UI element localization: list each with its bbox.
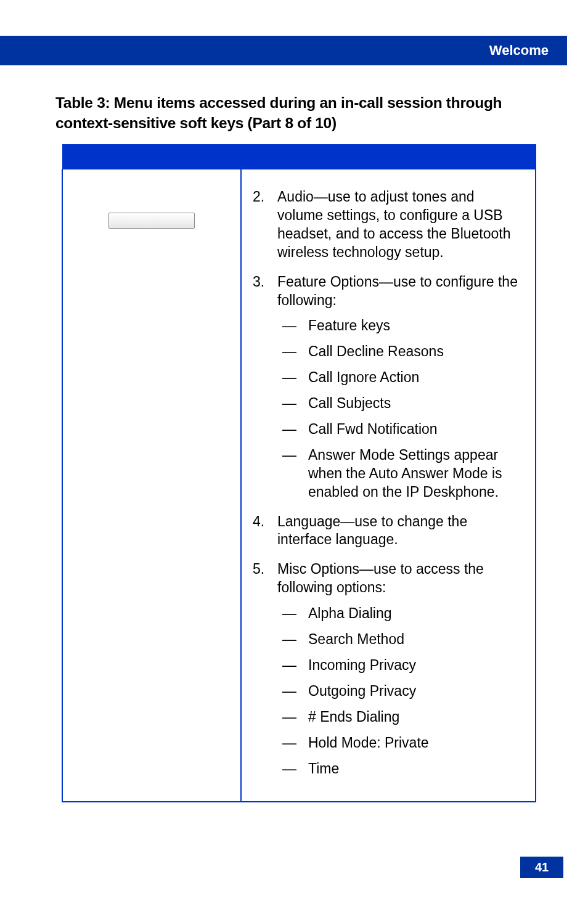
sub-item-text: Feature keys xyxy=(308,317,390,333)
sub-list-item: Feature keys xyxy=(277,317,518,335)
sub-item-text: Incoming Privacy xyxy=(308,657,416,673)
header-accent-block xyxy=(0,36,111,65)
sub-list: Alpha Dialing Search Method Incoming Pri… xyxy=(277,605,518,778)
description-cell: Audio—use to adjust tones and volume set… xyxy=(241,169,536,802)
softkey-button-graphic xyxy=(108,213,195,229)
sub-list-item: Call Fwd Notification xyxy=(277,420,518,439)
list-item-text: Feature Options—use to configure the fol… xyxy=(277,274,518,308)
menu-options-list: Audio—use to adjust tones and volume set… xyxy=(253,188,518,778)
sub-item-text: Search Method xyxy=(308,631,404,647)
page-number: 41 xyxy=(520,857,563,878)
table-title: Table 3: Menu items accessed during an i… xyxy=(55,92,536,133)
sub-list-item: Hold Mode: Private xyxy=(277,734,518,752)
table-header-cell-left xyxy=(62,145,241,169)
sub-list: Feature keys Call Decline Reasons Call I… xyxy=(277,317,518,501)
table-header-row xyxy=(62,145,536,169)
header-section-title: Welcome xyxy=(111,36,567,65)
page-content: Table 3: Menu items accessed during an i… xyxy=(55,92,536,802)
sub-item-text: # Ends Dialing xyxy=(308,709,399,725)
list-item: Feature Options—use to configure the fol… xyxy=(253,273,518,502)
menu-items-table: Audio—use to adjust tones and volume set… xyxy=(62,144,536,802)
sub-list-item: Answer Mode Settings appear when the Aut… xyxy=(277,446,518,502)
sub-list-item: # Ends Dialing xyxy=(277,708,518,727)
sub-list-item: Call Ignore Action xyxy=(277,369,518,387)
sub-item-text: Alpha Dialing xyxy=(308,605,392,621)
sub-item-text: Time xyxy=(308,760,339,777)
sub-list-item: Time xyxy=(277,760,518,778)
sub-item-text: Call Decline Reasons xyxy=(308,343,444,359)
list-item: Language—use to change the interface lan… xyxy=(253,513,518,550)
sub-item-text: Answer Mode Settings appear when the Aut… xyxy=(308,447,502,500)
sub-item-text: Outgoing Privacy xyxy=(308,683,416,699)
table-header-cell-right xyxy=(241,145,536,169)
sub-list-item: Outgoing Privacy xyxy=(277,682,518,701)
header-bar: Welcome xyxy=(0,36,567,65)
sub-item-text: Call Subjects xyxy=(308,395,391,411)
list-item: Misc Options—use to access the following… xyxy=(253,560,518,778)
table-row: Audio—use to adjust tones and volume set… xyxy=(62,169,536,802)
sub-list-item: Call Decline Reasons xyxy=(277,343,518,361)
sub-list-item: Incoming Privacy xyxy=(277,656,518,675)
softkey-cell xyxy=(62,169,241,802)
list-item: Audio—use to adjust tones and volume set… xyxy=(253,188,518,262)
sub-item-text: Call Ignore Action xyxy=(308,369,419,385)
sub-list-item: Call Subjects xyxy=(277,394,518,413)
sub-item-text: Call Fwd Notification xyxy=(308,421,438,437)
sub-list-item: Alpha Dialing xyxy=(277,605,518,623)
sub-list-item: Search Method xyxy=(277,630,518,649)
list-item-text: Language—use to change the interface lan… xyxy=(277,513,467,548)
sub-item-text: Hold Mode: Private xyxy=(308,735,429,751)
list-item-text: Misc Options—use to access the following… xyxy=(277,561,484,595)
list-item-text: Audio—use to adjust tones and volume set… xyxy=(277,189,511,260)
